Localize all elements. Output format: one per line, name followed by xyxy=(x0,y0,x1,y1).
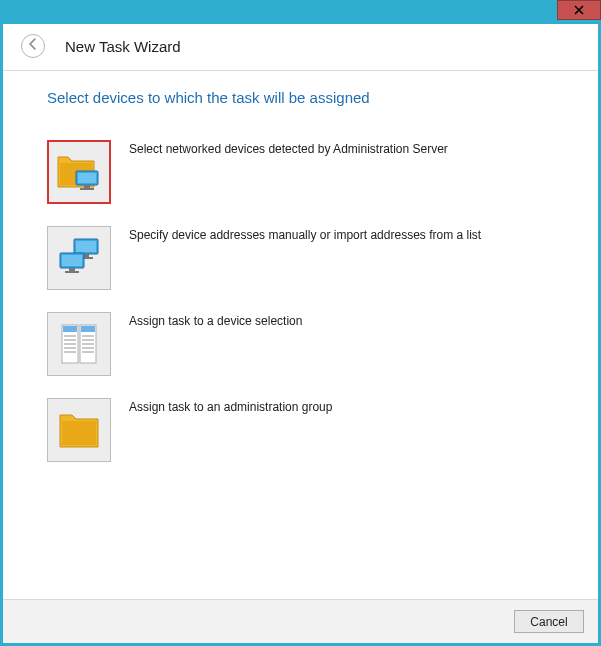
options-list: Select networked devices detected by Adm… xyxy=(47,140,564,462)
close-button[interactable] xyxy=(557,0,601,20)
option-networked-devices[interactable]: Select networked devices detected by Adm… xyxy=(47,140,564,204)
window-title: New Task Wizard xyxy=(65,38,181,55)
folder-monitor-icon xyxy=(47,140,111,204)
svg-rect-18 xyxy=(64,351,76,353)
back-button[interactable] xyxy=(21,34,45,58)
header: New Task Wizard xyxy=(3,24,598,71)
svg-rect-20 xyxy=(81,326,95,332)
option-admin-group[interactable]: Assign task to an administration group xyxy=(47,398,564,462)
option-specify-addresses[interactable]: Specify device addresses manually or imp… xyxy=(47,226,564,290)
document-list-icon xyxy=(47,312,111,376)
titlebar xyxy=(0,0,601,24)
svg-rect-24 xyxy=(82,347,94,349)
option-label: Assign task to an administration group xyxy=(129,398,332,416)
svg-rect-9 xyxy=(62,255,82,266)
svg-rect-1 xyxy=(78,173,96,183)
svg-rect-2 xyxy=(84,185,90,188)
option-label: Assign task to a device selection xyxy=(129,312,302,330)
folder-icon xyxy=(47,398,111,462)
content-area: Select devices to which the task will be… xyxy=(3,71,598,599)
svg-rect-23 xyxy=(82,343,94,345)
svg-rect-17 xyxy=(64,347,76,349)
option-device-selection[interactable]: Assign task to a device selection xyxy=(47,312,564,376)
svg-rect-11 xyxy=(65,271,79,273)
option-label: Select networked devices detected by Adm… xyxy=(129,140,448,158)
close-icon xyxy=(574,1,584,19)
svg-rect-22 xyxy=(82,339,94,341)
svg-rect-13 xyxy=(63,326,77,332)
footer: Cancel xyxy=(3,599,598,643)
page-heading: Select devices to which the task will be… xyxy=(47,89,564,106)
option-label: Specify device addresses manually or imp… xyxy=(129,226,481,244)
svg-rect-25 xyxy=(82,351,94,353)
svg-rect-3 xyxy=(80,188,94,190)
svg-rect-15 xyxy=(64,339,76,341)
back-arrow-icon xyxy=(26,37,40,55)
svg-rect-14 xyxy=(64,335,76,337)
svg-rect-10 xyxy=(69,268,75,271)
cancel-button[interactable]: Cancel xyxy=(514,610,584,633)
two-monitors-icon xyxy=(47,226,111,290)
svg-rect-16 xyxy=(64,343,76,345)
cancel-button-label: Cancel xyxy=(530,615,567,629)
svg-rect-21 xyxy=(82,335,94,337)
svg-rect-5 xyxy=(76,241,96,252)
wizard-window: New Task Wizard Select devices to which … xyxy=(0,0,601,646)
